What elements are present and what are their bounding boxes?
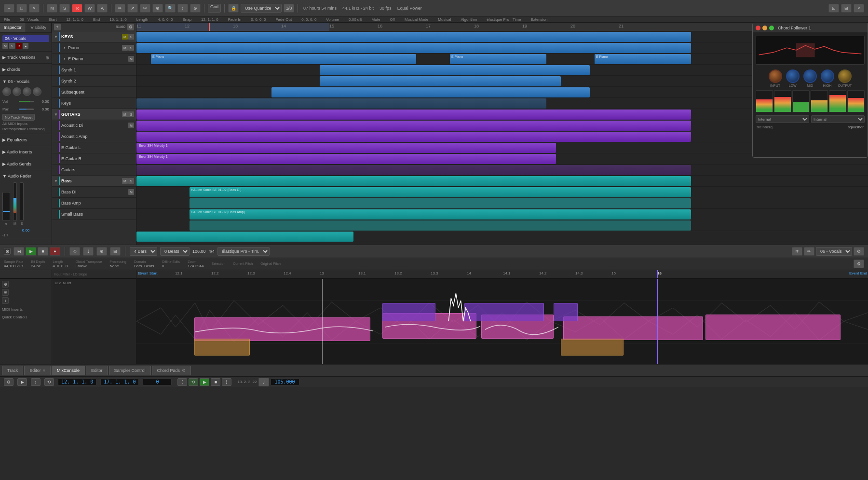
lower-left-btn-1[interactable]: ⚙ <box>2 281 9 288</box>
status-metronome-btn[interactable]: ♩ <box>258 378 269 386</box>
clip-guitars-group[interactable] <box>136 110 691 120</box>
lane-bass-di[interactable]: HALion Sonic SE 01-02 (Bass DI) <box>136 187 868 209</box>
window-btn-2[interactable]: ⊞ <box>841 4 852 13</box>
track-row-eguitar-l[interactable]: E Guitar L <box>52 142 136 153</box>
track-row-guitars[interactable]: ▼ GUITARS M S <box>52 109 136 120</box>
bass-di-mute[interactable]: M <box>128 189 134 195</box>
clip-synth1[interactable] <box>320 65 590 75</box>
track-row-acoustic-amp[interactable]: Acoustic Amp <box>52 131 136 142</box>
bars-dropdown[interactable]: 4 Bars <box>130 247 157 256</box>
lower-track-dropdown[interactable]: 06 - Vocals <box>816 247 852 256</box>
quantize-lock-btn[interactable]: 🔒 <box>228 4 239 13</box>
clip-epiano-1[interactable]: E Piano <box>151 54 416 64</box>
mode-btn-4[interactable]: ⊕ <box>152 4 163 13</box>
lower-pencil-btn[interactable]: ✏ <box>804 247 814 256</box>
mode-btn-5[interactable]: 🔍 <box>165 4 176 13</box>
track-row-small-bass[interactable]: Small Bass <box>52 209 136 220</box>
lower-main-content[interactable]: 12 12.1 12.2 12.3 12.4 13 13.1 13.2 13.3… <box>136 270 868 364</box>
window-btn-3[interactable]: × <box>854 4 864 13</box>
rewind-btn[interactable]: ⏮ <box>14 247 24 256</box>
lane-small-bass[interactable] <box>136 231 868 242</box>
clip-bass-group[interactable] <box>136 176 691 186</box>
tab-mixconsole[interactable]: MixConsole <box>52 366 85 375</box>
editor-clip-pink-4[interactable] <box>563 316 703 341</box>
btn-a[interactable]: A <box>97 4 108 13</box>
lower-settings-btn[interactable]: ⚙ <box>4 248 11 255</box>
clip-eguitar-l[interactable]: Error 394 Melody 1 <box>136 143 556 153</box>
mode-btn-6[interactable]: ↕ <box>177 4 188 13</box>
track-settings-btn[interactable]: ⚙ <box>127 24 134 30</box>
fold-guitars-btn[interactable]: ▼ <box>54 112 58 116</box>
plugin-knob-5[interactable] <box>838 69 852 83</box>
waveform-content[interactable] <box>136 279 868 364</box>
btn-m[interactable]: M <box>47 4 57 13</box>
plugin-input-dropdown[interactable]: Internal <box>756 115 809 123</box>
tab-track[interactable]: Track <box>2 366 23 375</box>
track-row-bass-amp[interactable]: Bass Amp <box>52 198 136 209</box>
clip-bass-amp-2[interactable] <box>190 220 691 231</box>
clip-keys-group[interactable] <box>136 32 691 42</box>
clip-epiano-2[interactable]: E Piano <box>450 54 546 64</box>
track-row-guitars-sub[interactable]: Guitars <box>52 165 136 176</box>
status-loop-on-btn[interactable]: ⟲ <box>189 378 198 386</box>
track-versions-header[interactable]: ▶ Track Versions ⊕ <box>2 53 49 62</box>
no-track-preset-btn[interactable]: No Track Preset <box>2 114 35 121</box>
track-solo-btn[interactable]: S <box>9 43 15 49</box>
clip-bass-di-2[interactable] <box>190 198 691 208</box>
track-row-keys[interactable]: ▼ KEYS M S <box>52 31 136 42</box>
bass-solo[interactable]: S <box>128 178 134 184</box>
lower-left-btn-2[interactable]: ≋ <box>2 289 9 296</box>
punch-btn[interactable]: ⊕ <box>96 247 107 256</box>
clip-eguitar-r[interactable]: Error 394 Melody 1 <box>136 154 556 164</box>
loop-btn[interactable]: ⟲ <box>69 247 80 256</box>
beats-dropdown[interactable]: 0 Beats <box>160 247 190 256</box>
grid-dropdown[interactable]: Grid <box>208 4 221 13</box>
quantize-value-btn[interactable]: 1/8 <box>284 4 294 13</box>
clip-small-bass[interactable] <box>136 232 353 242</box>
inspector-track-name[interactable]: 06 - Vocals <box>2 35 49 42</box>
plugin-window[interactable]: Chord Follower 1 INP <box>752 23 868 158</box>
lower-gear-btn[interactable]: ⚙ <box>854 247 864 256</box>
plugin-output-dropdown[interactable]: Internal <box>811 115 865 123</box>
equalizers-header[interactable]: ▶ Equalizers <box>2 136 49 144</box>
clip-keys-sub[interactable] <box>136 98 546 109</box>
vocals-fader-header[interactable]: ▼ 06 - Vocals <box>2 77 49 86</box>
audio-inserts-header[interactable]: ▶ Audio Inserts <box>2 148 49 156</box>
plugin-knob-1[interactable] <box>769 69 782 83</box>
pan-slider-track[interactable] <box>19 109 34 110</box>
editor-clip-pink-1[interactable] <box>194 317 370 342</box>
plugin-minimize-btn[interactable] <box>762 26 767 30</box>
tab-inspector[interactable]: Inspector <box>0 23 26 32</box>
record-btn[interactable]: ● <box>50 247 60 256</box>
maximize-btn[interactable]: □ <box>16 4 27 13</box>
plugin-knob-4[interactable] <box>821 69 834 83</box>
status-play-btn-1[interactable]: ▶ <box>17 378 27 386</box>
epiano-mute[interactable]: M <box>128 56 134 62</box>
status-stop-btn[interactable]: ■ <box>211 378 220 386</box>
track-row-synth2[interactable]: Synth 2 <box>52 76 136 87</box>
clip-acoustic-amp[interactable] <box>136 132 691 142</box>
track-rec-btn[interactable]: R <box>16 43 22 49</box>
algo-dropdown[interactable]: élastique Pro - Tim. <box>217 247 270 256</box>
keys-solo[interactable]: S <box>128 34 134 40</box>
mode-btn-2[interactable]: ↗ <box>127 4 138 13</box>
guitars-solo[interactable]: S <box>128 111 134 117</box>
acoustic-di-mute[interactable]: M <box>128 123 134 128</box>
quantize-dropdown[interactable]: Use Quantize <box>241 4 282 13</box>
knob-2[interactable] <box>13 87 21 96</box>
status-back-btn[interactable]: ⟨ <box>177 378 187 386</box>
btn-r[interactable]: R <box>72 4 82 13</box>
tab-chord-pads-settings[interactable]: ⚙ <box>182 368 186 373</box>
lower-left-btn-3[interactable]: ↕ <box>2 297 9 304</box>
track-monitor-btn[interactable]: ● <box>23 43 28 49</box>
track-row-synth1[interactable]: Synth 1 <box>52 65 136 76</box>
window-btn-1[interactable]: ⊡ <box>828 4 839 13</box>
track-row-subsequent[interactable]: Subsequent <box>52 87 136 98</box>
lane-bass-amp[interactable]: HALion Sonic SE 01-02 (Bass Amp) <box>136 209 868 231</box>
guitars-mute[interactable]: M <box>122 111 128 117</box>
status-play-btn-2[interactable]: ↕ <box>31 378 41 386</box>
tab-editor-2[interactable]: Editor <box>86 366 108 375</box>
metronome-btn[interactable]: ♩ <box>83 247 94 256</box>
arrange-area[interactable]: 11 12 13 14 15 16 17 18 19 20 21 <box>136 23 868 245</box>
piano-mute[interactable]: M <box>122 45 128 51</box>
